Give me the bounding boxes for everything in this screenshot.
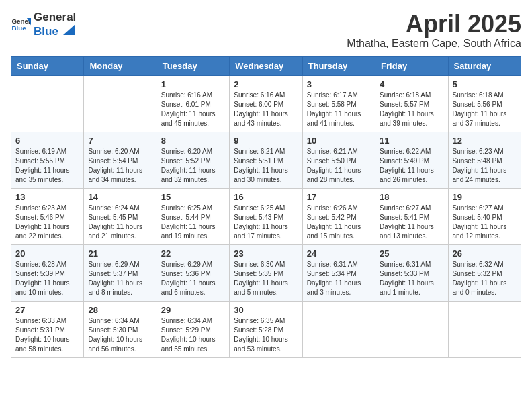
day-number: 16 [234, 192, 298, 202]
day-number: 14 [88, 192, 152, 202]
header: General Blue General Blue April 2025 Mth… [11, 11, 521, 50]
day-info: Sunrise: 6:19 AM Sunset: 5:55 PM Dayligh… [15, 147, 79, 185]
calendar-cell [84, 75, 157, 132]
day-info: Sunrise: 6:26 AM Sunset: 5:42 PM Dayligh… [307, 203, 371, 241]
svg-text:Blue: Blue [12, 24, 27, 32]
logo: General Blue General Blue [11, 11, 76, 38]
day-info: Sunrise: 6:27 AM Sunset: 5:40 PM Dayligh… [453, 203, 517, 241]
logo-blue-text: Blue [34, 25, 58, 38]
day-number: 15 [161, 192, 225, 202]
day-info: Sunrise: 6:23 AM Sunset: 5:48 PM Dayligh… [453, 147, 517, 185]
day-info: Sunrise: 6:21 AM Sunset: 5:50 PM Dayligh… [307, 147, 371, 185]
day-number: 10 [307, 136, 371, 146]
calendar-cell: 16Sunrise: 6:25 AM Sunset: 5:43 PM Dayli… [230, 188, 302, 244]
logo-icon: General Blue [11, 14, 31, 34]
calendar-cell: 15Sunrise: 6:25 AM Sunset: 5:44 PM Dayli… [157, 188, 229, 244]
day-number: 28 [88, 305, 152, 315]
day-number: 4 [380, 79, 443, 89]
day-info: Sunrise: 6:23 AM Sunset: 5:46 PM Dayligh… [15, 203, 79, 241]
day-number: 13 [15, 192, 79, 202]
calendar-week-3: 13Sunrise: 6:23 AM Sunset: 5:46 PM Dayli… [11, 188, 521, 244]
day-info: Sunrise: 6:31 AM Sunset: 5:34 PM Dayligh… [307, 260, 371, 298]
calendar-cell: 12Sunrise: 6:23 AM Sunset: 5:48 PM Dayli… [448, 132, 521, 188]
calendar-cell: 11Sunrise: 6:22 AM Sunset: 5:49 PM Dayli… [375, 132, 448, 188]
calendar-cell: 19Sunrise: 6:27 AM Sunset: 5:40 PM Dayli… [448, 188, 521, 244]
calendar-cell: 2Sunrise: 6:16 AM Sunset: 6:00 PM Daylig… [230, 75, 302, 132]
day-info: Sunrise: 6:34 AM Sunset: 5:29 PM Dayligh… [161, 316, 225, 354]
calendar-header-saturday: Saturday [448, 56, 521, 75]
day-number: 20 [15, 248, 79, 259]
calendar-week-4: 20Sunrise: 6:28 AM Sunset: 5:39 PM Dayli… [11, 244, 521, 301]
day-info: Sunrise: 6:31 AM Sunset: 5:33 PM Dayligh… [380, 260, 443, 298]
calendar-cell: 23Sunrise: 6:30 AM Sunset: 5:35 PM Dayli… [230, 244, 302, 301]
calendar-cell: 21Sunrise: 6:29 AM Sunset: 5:37 PM Dayli… [84, 244, 157, 301]
calendar-cell: 27Sunrise: 6:33 AM Sunset: 5:31 PM Dayli… [11, 301, 84, 357]
calendar-header-sunday: Sunday [11, 56, 84, 75]
calendar-week-2: 6Sunrise: 6:19 AM Sunset: 5:55 PM Daylig… [11, 132, 521, 188]
calendar-header-thursday: Thursday [302, 56, 375, 75]
calendar-cell: 13Sunrise: 6:23 AM Sunset: 5:46 PM Dayli… [11, 188, 84, 244]
calendar-week-5: 27Sunrise: 6:33 AM Sunset: 5:31 PM Dayli… [11, 301, 521, 357]
day-number: 21 [88, 248, 152, 259]
calendar-cell: 18Sunrise: 6:27 AM Sunset: 5:41 PM Dayli… [375, 188, 448, 244]
day-info: Sunrise: 6:22 AM Sunset: 5:49 PM Dayligh… [380, 147, 443, 185]
day-number: 19 [453, 192, 517, 202]
day-number: 6 [15, 136, 79, 146]
day-info: Sunrise: 6:20 AM Sunset: 5:54 PM Dayligh… [88, 147, 152, 185]
day-number: 24 [307, 248, 371, 259]
calendar-table: SundayMondayTuesdayWednesdayThursdayFrid… [11, 56, 521, 358]
day-number: 26 [453, 248, 517, 259]
calendar-cell: 30Sunrise: 6:35 AM Sunset: 5:28 PM Dayli… [230, 301, 302, 357]
calendar-week-1: 1Sunrise: 6:16 AM Sunset: 6:01 PM Daylig… [11, 75, 521, 132]
day-number: 23 [234, 248, 298, 259]
calendar-cell: 3Sunrise: 6:17 AM Sunset: 5:58 PM Daylig… [302, 75, 375, 132]
page-title: April 2025 [347, 11, 521, 38]
day-info: Sunrise: 6:21 AM Sunset: 5:51 PM Dayligh… [234, 147, 298, 185]
calendar-cell: 8Sunrise: 6:20 AM Sunset: 5:52 PM Daylig… [157, 132, 229, 188]
calendar-cell [11, 75, 84, 132]
calendar-cell: 7Sunrise: 6:20 AM Sunset: 5:54 PM Daylig… [84, 132, 157, 188]
calendar-header-friday: Friday [375, 56, 448, 75]
logo-general-text: General [34, 11, 76, 24]
day-number: 22 [161, 248, 225, 259]
title-area: April 2025 Mthatha, Eastern Cape, South … [347, 11, 521, 50]
day-number: 18 [380, 192, 443, 202]
calendar-cell: 26Sunrise: 6:32 AM Sunset: 5:32 PM Dayli… [448, 244, 521, 301]
calendar-cell [448, 301, 521, 357]
day-info: Sunrise: 6:25 AM Sunset: 5:44 PM Dayligh… [161, 203, 225, 241]
day-number: 7 [88, 136, 152, 146]
day-info: Sunrise: 6:28 AM Sunset: 5:39 PM Dayligh… [15, 260, 79, 298]
day-info: Sunrise: 6:35 AM Sunset: 5:28 PM Dayligh… [234, 316, 298, 354]
calendar-cell: 6Sunrise: 6:19 AM Sunset: 5:55 PM Daylig… [11, 132, 84, 188]
day-number: 8 [161, 136, 225, 146]
calendar-cell: 24Sunrise: 6:31 AM Sunset: 5:34 PM Dayli… [302, 244, 375, 301]
day-number: 3 [307, 79, 371, 89]
calendar-cell: 20Sunrise: 6:28 AM Sunset: 5:39 PM Dayli… [11, 244, 84, 301]
day-number: 12 [453, 136, 517, 146]
page-subtitle: Mthatha, Eastern Cape, South Africa [347, 38, 521, 50]
calendar-cell: 28Sunrise: 6:34 AM Sunset: 5:30 PM Dayli… [84, 301, 157, 357]
day-number: 9 [234, 136, 298, 146]
calendar-cell: 1Sunrise: 6:16 AM Sunset: 6:01 PM Daylig… [157, 75, 229, 132]
calendar-header-row: SundayMondayTuesdayWednesdayThursdayFrid… [11, 56, 521, 75]
day-info: Sunrise: 6:20 AM Sunset: 5:52 PM Dayligh… [161, 147, 225, 185]
day-number: 5 [453, 79, 517, 89]
day-info: Sunrise: 6:18 AM Sunset: 5:56 PM Dayligh… [453, 91, 517, 128]
calendar-header-wednesday: Wednesday [230, 56, 302, 75]
day-info: Sunrise: 6:34 AM Sunset: 5:30 PM Dayligh… [88, 316, 152, 354]
day-info: Sunrise: 6:16 AM Sunset: 6:00 PM Dayligh… [234, 91, 298, 128]
calendar-cell [375, 301, 448, 357]
day-number: 25 [380, 248, 443, 259]
calendar-cell: 25Sunrise: 6:31 AM Sunset: 5:33 PM Dayli… [375, 244, 448, 301]
day-number: 30 [234, 305, 298, 315]
day-info: Sunrise: 6:18 AM Sunset: 5:57 PM Dayligh… [380, 91, 443, 128]
calendar-header-monday: Monday [84, 56, 157, 75]
day-info: Sunrise: 6:16 AM Sunset: 6:01 PM Dayligh… [161, 91, 225, 128]
day-number: 27 [15, 305, 79, 315]
calendar-cell: 14Sunrise: 6:24 AM Sunset: 5:45 PM Dayli… [84, 188, 157, 244]
day-info: Sunrise: 6:32 AM Sunset: 5:32 PM Dayligh… [453, 260, 517, 298]
calendar-cell: 17Sunrise: 6:26 AM Sunset: 5:42 PM Dayli… [302, 188, 375, 244]
day-number: 29 [161, 305, 225, 315]
day-info: Sunrise: 6:25 AM Sunset: 5:43 PM Dayligh… [234, 203, 298, 241]
calendar-header-tuesday: Tuesday [157, 56, 229, 75]
